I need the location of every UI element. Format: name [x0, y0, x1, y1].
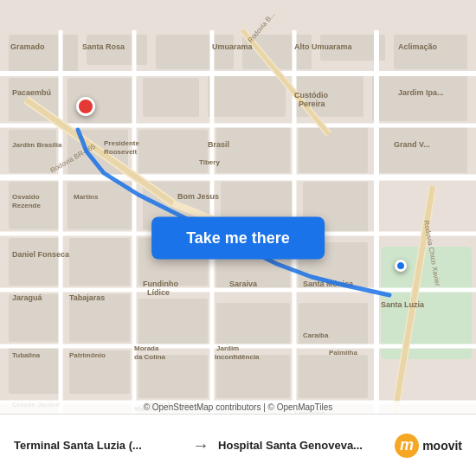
- svg-text:Caraíba: Caraíba: [303, 331, 329, 339]
- svg-rect-15: [9, 130, 56, 173]
- svg-text:Tubalina: Tubalina: [12, 351, 41, 359]
- svg-rect-12: [208, 74, 286, 117]
- svg-text:Aclimação: Aclimação: [398, 42, 438, 51]
- svg-rect-38: [138, 355, 208, 398]
- svg-text:Rezende: Rezende: [12, 202, 41, 209]
- attribution-text: © OpenStreetMap contributors | © OpenMap…: [144, 402, 333, 412]
- destination-pin-circle: [395, 260, 407, 272]
- svg-text:Tibery: Tibery: [199, 158, 220, 166]
- svg-text:Osvaldo: Osvaldo: [12, 193, 40, 201]
- svg-text:Presidente: Presidente: [104, 139, 139, 147]
- svg-rect-14: [372, 74, 467, 121]
- svg-text:Jaraguá: Jaraguá: [12, 293, 43, 302]
- take-me-there-button[interactable]: Take me there: [151, 217, 325, 260]
- svg-text:Brasil: Brasil: [208, 140, 229, 149]
- svg-rect-5: [156, 35, 234, 69]
- destination-name: Hospital Santa Genoveva...: [218, 439, 388, 452]
- svg-rect-17: [138, 130, 208, 173]
- origin-pin-circle: [76, 97, 95, 116]
- svg-text:Roosevelt: Roosevelt: [104, 148, 138, 156]
- origin-name: Terminal Santa Luzia (...: [14, 439, 183, 452]
- svg-text:Santa Luzia: Santa Luzia: [381, 300, 425, 309]
- svg-text:Saraiva: Saraiva: [229, 280, 258, 288]
- svg-rect-34: [216, 303, 290, 346]
- moovit-logo: m moovit: [395, 434, 462, 458]
- svg-rect-3: [9, 35, 78, 74]
- moovit-letter: m: [400, 436, 414, 454]
- svg-text:Alto Umuarama: Alto Umuarama: [294, 42, 353, 51]
- svg-text:Santa Mônica: Santa Mônica: [303, 280, 354, 288]
- svg-text:Bom Jesus: Bom Jesus: [177, 192, 219, 201]
- svg-rect-18: [216, 125, 290, 173]
- svg-text:Jardim: Jardim: [216, 344, 239, 352]
- svg-text:Umuarama: Umuarama: [212, 42, 254, 51]
- moovit-name: moovit: [422, 439, 462, 453]
- svg-text:Palmilha: Palmilha: [329, 349, 357, 357]
- svg-text:Lídice: Lídice: [147, 288, 170, 297]
- svg-rect-35: [299, 303, 368, 346]
- svg-rect-27: [69, 238, 130, 286]
- svg-rect-39: [216, 355, 290, 398]
- svg-rect-40: [299, 355, 368, 398]
- destination-pin: [395, 260, 407, 272]
- svg-text:Tabajaras: Tabajaras: [69, 293, 105, 302]
- svg-rect-26: [9, 238, 61, 286]
- svg-rect-11: [143, 78, 199, 117]
- svg-text:Fundinho: Fundinho: [143, 280, 178, 288]
- map-container: Rodovia BR-365 Rodovia Chico Xavier Rodo…: [0, 0, 476, 476]
- svg-text:Santa Rosa: Santa Rosa: [82, 42, 125, 51]
- svg-text:Daniel Fonseca: Daniel Fonseca: [12, 250, 70, 259]
- svg-text:Jardim Ipa...: Jardim Ipa...: [398, 88, 444, 97]
- svg-text:Martins: Martins: [74, 193, 99, 201]
- svg-text:Pacaembú: Pacaembú: [12, 88, 51, 97]
- svg-rect-22: [68, 182, 132, 229]
- moovit-icon: m: [395, 434, 419, 458]
- arrow-icon: →: [192, 435, 209, 455]
- direction-arrow: →: [183, 435, 218, 455]
- svg-text:Jardim Brasília: Jardim Brasília: [12, 141, 62, 149]
- svg-rect-8: [394, 35, 467, 69]
- bottom-bar: Terminal Santa Luzia (... → Hospital San…: [0, 414, 476, 476]
- origin-info: Terminal Santa Luzia (...: [14, 439, 183, 452]
- svg-rect-33: [138, 299, 208, 346]
- svg-text:Gramado: Gramado: [10, 42, 45, 51]
- svg-rect-19: [299, 125, 368, 173]
- svg-text:Custódio: Custódio: [294, 91, 328, 100]
- map-attribution: © OpenStreetMap contributors | © OpenMap…: [0, 401, 476, 414]
- svg-text:Patrimônio: Patrimônio: [69, 351, 106, 359]
- svg-text:Pereira: Pereira: [299, 100, 326, 108]
- origin-pin: [76, 97, 95, 116]
- destination-info: Hospital Santa Genoveva...: [218, 439, 388, 452]
- svg-rect-20: [376, 125, 467, 173]
- svg-text:da Colina: da Colina: [134, 353, 166, 361]
- svg-text:Grand V...: Grand V...: [394, 140, 430, 149]
- svg-text:Inconfidência: Inconfidência: [215, 353, 260, 361]
- svg-text:Morada: Morada: [134, 344, 159, 352]
